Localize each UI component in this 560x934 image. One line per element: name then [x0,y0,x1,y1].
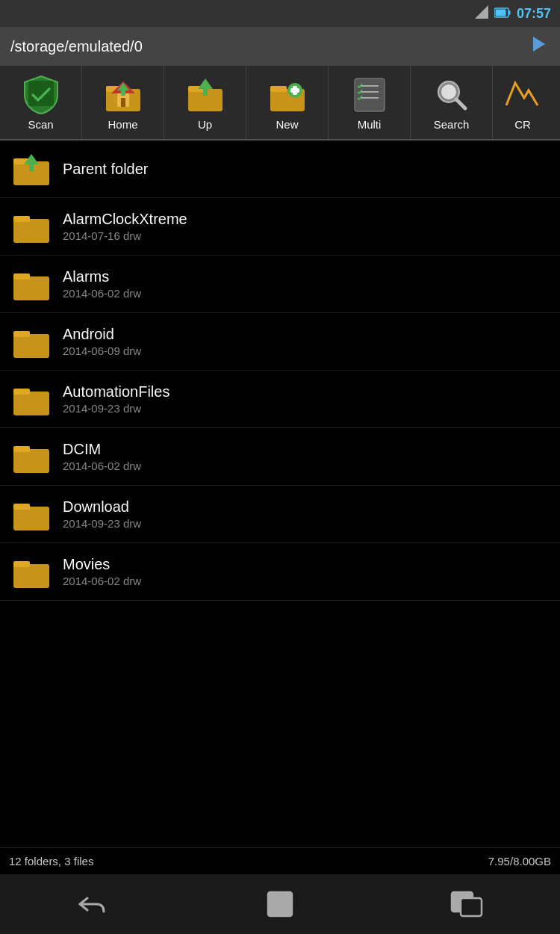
svg-rect-3 [508,10,510,15]
folder-name: Android [63,326,141,343]
folder-meta: 2014-09-23 drw [63,402,169,415]
folder-icon [10,378,52,420]
svg-rect-48 [268,892,292,916]
parent-folder-info: Parent folder [63,161,149,178]
list-item[interactable]: AlarmClockXtreme 2014-07-16 drw [0,198,560,256]
svg-marker-0 [475,5,488,19]
svg-rect-42 [13,449,49,473]
svg-point-28 [441,84,456,99]
svg-rect-47 [13,561,30,567]
folder-icon [10,263,52,305]
back-button[interactable] [63,882,123,927]
file-list: Parent folder AlarmClockXtreme 2014-07-1… [0,140,560,847]
folder-meta: 2014-06-02 drw [63,460,141,472]
parent-folder-item[interactable]: Parent folder [0,140,560,198]
svg-rect-16 [203,88,208,96]
folder-meta: 2014-06-02 drw [63,287,141,300]
svg-rect-37 [13,273,30,279]
home-icon [103,75,143,115]
svg-rect-33 [29,164,34,171]
toolbar-scan-button[interactable]: Scan [0,66,82,139]
svg-rect-44 [13,507,49,531]
folder-name: DCIM [63,441,141,458]
folder-name: Movies [63,556,141,573]
recents-button[interactable] [437,882,497,927]
folder-icon [10,321,52,362]
parent-folder-name: Parent folder [63,161,149,178]
svg-rect-46 [13,564,49,588]
list-item[interactable]: Download 2014-09-23 drw [0,486,560,543]
folder-icon [10,551,52,593]
svg-rect-39 [13,331,30,337]
svg-rect-18 [270,86,287,92]
toolbar-home-button[interactable]: Home [82,66,164,139]
svg-marker-15 [198,78,213,89]
folder-name: AutomationFiles [63,383,169,400]
svg-rect-34 [13,219,49,243]
folder-meta: 2014-06-02 drw [63,575,141,587]
footer-status: 12 folders, 3 files 7.95/8.00GB [0,847,560,874]
svg-marker-4 [533,37,545,52]
svg-rect-2 [495,9,505,16]
folder-icon [10,436,52,477]
svg-rect-43 [13,446,30,452]
svg-rect-40 [13,392,49,415]
list-item[interactable]: Movies 2014-06-02 drw [0,543,560,601]
toolbar-search-button[interactable]: Search [411,66,493,139]
scan-label: Scan [28,118,53,131]
folder-name: Download [63,498,141,516]
cr-icon [503,75,543,115]
svg-rect-50 [461,898,482,916]
folder-name: Alarms [63,268,141,285]
list-item[interactable]: Android 2014-06-09 drw [0,313,560,371]
storage-usage: 7.95/8.00GB [488,855,551,867]
svg-rect-41 [13,389,30,395]
multi-icon [349,75,390,115]
home-label: Home [108,118,137,131]
status-time: 07:57 [517,6,551,22]
svg-rect-35 [13,216,30,222]
svg-rect-21 [290,88,299,93]
toolbar: Scan Home [0,66,560,140]
path-bar: /storage/emulated/0 [0,27,560,66]
toolbar-up-button[interactable]: Up [164,66,246,139]
toolbar-new-button[interactable]: New [246,66,329,139]
current-path: /storage/emulated/0 [10,38,143,55]
svg-line-29 [456,99,465,108]
signal-icon [475,5,488,22]
status-bar: 07:57 [0,0,560,27]
folder-file-count: 12 folders, 3 files [9,855,93,867]
folder-icon [10,493,52,535]
svg-rect-10 [121,98,125,107]
battery-icon [494,6,511,22]
home-button[interactable] [250,882,310,927]
scan-icon [21,75,61,115]
up-label: Up [198,118,212,131]
navigation-bar [0,874,560,934]
multi-label: Multi [358,118,382,131]
toolbar-cr-button[interactable]: CR [493,66,553,139]
folder-name: AlarmClockXtreme [63,211,187,228]
up-icon [185,75,225,115]
svg-rect-12 [121,90,125,96]
folder-meta: 2014-07-16 drw [63,229,187,242]
svg-rect-5 [28,81,54,106]
list-item[interactable]: DCIM 2014-06-02 drw [0,428,560,486]
toolbar-multi-button[interactable]: Multi [329,66,411,139]
new-label: New [276,118,298,131]
svg-rect-22 [355,78,385,111]
cr-label: CR [514,118,531,131]
folder-icon [10,205,52,247]
svg-rect-45 [13,504,30,510]
parent-folder-icon [10,148,52,190]
folder-meta: 2014-06-09 drw [63,344,141,357]
new-icon [267,75,308,115]
list-item[interactable]: Alarms 2014-06-02 drw [0,256,560,313]
search-icon [432,75,472,115]
path-chevron-icon[interactable] [529,34,550,60]
list-item[interactable]: AutomationFiles 2014-09-23 drw [0,371,560,428]
svg-rect-38 [13,334,49,358]
folder-meta: 2014-09-23 drw [63,517,141,530]
svg-rect-36 [13,276,49,300]
search-label: Search [434,118,470,131]
